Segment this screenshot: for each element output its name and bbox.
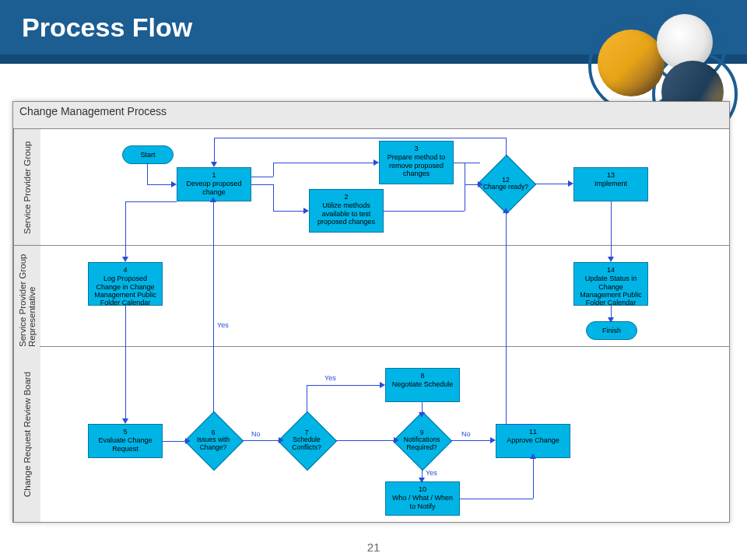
decision-9: 9Notifications Required? [393,411,451,469]
lane-label-3: Change Request Review Board [13,346,40,522]
step-8: 8Negotiate Schedule [385,368,460,402]
page-title: Process Flow [22,12,192,43]
lane-label-2: Service Provider Group Representative [13,245,40,347]
edge-label-yes: Yes [324,374,336,382]
decision-7: 7Schedule Conflicts? [278,411,335,469]
edge-label-no: No [461,430,471,438]
lane-label-1: Service Provider Group [13,128,40,246]
edge-label-yes: Yes [217,321,229,329]
title-bar: Process Flow [0,0,747,64]
decision-12: 12Change ready? [477,155,535,212]
swimlanes: Service Provider Group Service Provider … [13,128,729,522]
diagram-panel: Change Management Process Service Provid… [12,101,730,523]
step-3: 3Prepare method to remove proposed chang… [379,141,454,184]
logo-icon [598,30,665,96]
edge-label-yes: Yes [426,469,437,477]
step-14: 14Update Status in Change Management Pub… [573,262,648,306]
step-5: 5Evaluate Change Request [88,424,163,458]
step-10: 10Who / What / When to Notify [385,481,460,516]
step-13: 13Implement [573,167,648,201]
edge-label-no: No [251,430,261,438]
panel-title: Change Management Process [13,102,729,129]
step-4: 4Log Proposed Change in Change Managemen… [88,262,163,306]
finish-terminator: Finish [586,321,637,340]
start-terminator: Start [122,145,174,164]
page-number: 21 [0,541,747,554]
step-2: 2Utilize methods available to test propo… [309,189,384,233]
decision-6: 6Issues with Change? [184,411,242,469]
